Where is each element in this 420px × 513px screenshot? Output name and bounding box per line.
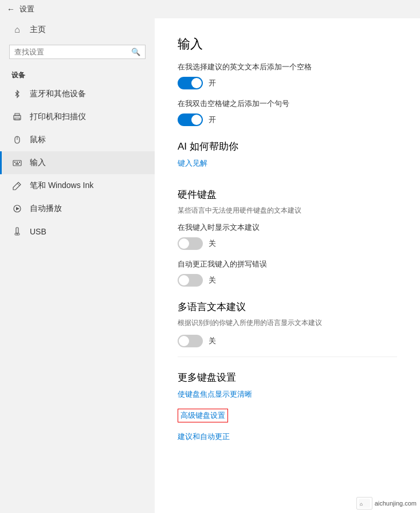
svg-rect-5 — [13, 160, 21, 166]
toggle2-label: 开 — [209, 115, 216, 125]
sidebar-mouse-label: 鼠标 — [30, 135, 46, 145]
svg-rect-8 — [19, 162, 20, 163]
sidebar-item-usb[interactable]: USB — [0, 220, 155, 243]
search-icon: 🔍 — [131, 48, 140, 56]
toggle3-row: 关 — [178, 237, 397, 250]
toggle5-label: 关 — [209, 336, 216, 346]
sidebar-search-box[interactable]: 🔍 — [9, 45, 146, 59]
usb-icon — [11, 226, 23, 237]
printer-icon — [11, 111, 23, 123]
mouse-icon — [11, 134, 23, 146]
svg-rect-2 — [15, 118, 19, 120]
keyboard-icon — [11, 157, 23, 169]
main-layout: ⌂ 主页 🔍 设备 蓝牙和其他设备 — [0, 18, 420, 513]
more-section-title: 更多键盘设置 — [178, 371, 397, 384]
svg-rect-6 — [14, 162, 15, 163]
more-link3[interactable]: 建议和自动更正 — [178, 432, 230, 442]
toggle2-row: 开 — [178, 113, 397, 126]
toggle1-label: 开 — [209, 78, 216, 88]
svg-line-10 — [17, 183, 19, 186]
svg-rect-9 — [15, 163, 19, 165]
sidebar-item-input[interactable]: 输入 — [0, 151, 155, 174]
multilang-note: 根据识别到的你键入所使用的语言显示文本建议 — [178, 318, 397, 328]
toggle5[interactable] — [178, 335, 203, 347]
bluetooth-icon — [11, 88, 23, 100]
watermark: ⌂ aichunjing.com — [356, 497, 417, 510]
toggle3-desc: 在我键入时显示文本建议 — [178, 222, 397, 233]
svg-text:⌂: ⌂ — [360, 502, 363, 507]
home-icon: ⌂ — [11, 24, 23, 36]
sidebar-pen-label: 笔和 Windows Ink — [30, 181, 93, 191]
sidebar-item-printer[interactable]: 打印机和扫描仪 — [0, 105, 155, 128]
toggle4-label: 关 — [209, 275, 216, 285]
toggle4-row: 关 — [178, 274, 397, 287]
multilang-section-title: 多语言文本建议 — [178, 300, 397, 314]
autoplay-icon — [11, 203, 23, 214]
toggle2-thumb — [191, 115, 202, 125]
toggle3[interactable] — [178, 237, 203, 250]
toggle4-desc: 自动更正我键入的拼写错误 — [178, 259, 397, 269]
toggle2[interactable] — [178, 113, 203, 126]
more-link1[interactable]: 使键盘焦点显示更清晰 — [178, 389, 252, 400]
sidebar-printer-label: 打印机和扫描仪 — [30, 112, 86, 122]
svg-rect-7 — [17, 162, 18, 163]
title-bar-title: 设置 — [19, 4, 34, 14]
toggle2-desc: 在我双击空格键之后添加一个句号 — [178, 99, 397, 109]
pen-icon — [11, 180, 23, 191]
svg-marker-12 — [16, 207, 19, 210]
content-area: 输入 在我选择建议的英文文本后添加一个空格 开 在我双击空格键之后添加一个句号 … — [155, 18, 420, 513]
page-title: 输入 — [178, 36, 397, 53]
sidebar-item-autoplay[interactable]: 自动播放 — [0, 197, 155, 220]
search-input[interactable] — [14, 48, 128, 56]
title-bar: ← 设置 — [0, 0, 420, 18]
sidebar-item-pen[interactable]: 笔和 Windows Ink — [0, 174, 155, 197]
hardware-note: 某些语言中无法使用硬件键盘的文本建议 — [178, 206, 397, 216]
sidebar-item-mouse[interactable]: 鼠标 — [0, 128, 155, 151]
ai-link[interactable]: 键入见解 — [178, 158, 207, 169]
ai-section-title: AI 如何帮助你 — [178, 140, 397, 153]
sidebar-item-bluetooth[interactable]: 蓝牙和其他设备 — [0, 83, 155, 105]
sidebar-bluetooth-label: 蓝牙和其他设备 — [30, 89, 86, 99]
toggle1[interactable] — [178, 77, 203, 89]
sidebar-autoplay-label: 自动播放 — [30, 203, 62, 214]
sidebar: ⌂ 主页 🔍 设备 蓝牙和其他设备 — [0, 18, 155, 513]
toggle5-row: 关 — [178, 335, 397, 347]
back-button[interactable]: ← — [7, 5, 15, 14]
more-link2[interactable]: 高级键盘设置 — [178, 409, 228, 422]
toggle4[interactable] — [178, 274, 203, 287]
sidebar-section-title: 设备 — [0, 66, 155, 83]
toggle3-thumb — [179, 238, 189, 249]
toggle4-thumb — [179, 275, 189, 285]
sidebar-input-label: 输入 — [30, 158, 46, 168]
svg-rect-13 — [16, 228, 18, 233]
toggle1-row: 开 — [178, 77, 397, 89]
toggle1-desc: 在我选择建议的英文文本后添加一个空格 — [178, 62, 397, 72]
watermark-text: aichunjing.com — [375, 500, 417, 507]
toggle5-thumb — [179, 336, 189, 346]
toggle1-thumb — [191, 78, 202, 88]
sidebar-home-label: 主页 — [30, 25, 46, 35]
hardware-section-title: 硬件键盘 — [178, 188, 397, 201]
toggle3-label: 关 — [209, 238, 216, 249]
divider — [178, 357, 397, 357]
sidebar-usb-label: USB — [30, 227, 46, 236]
sidebar-home[interactable]: ⌂ 主页 — [0, 18, 155, 41]
watermark-logo: ⌂ — [356, 497, 372, 510]
